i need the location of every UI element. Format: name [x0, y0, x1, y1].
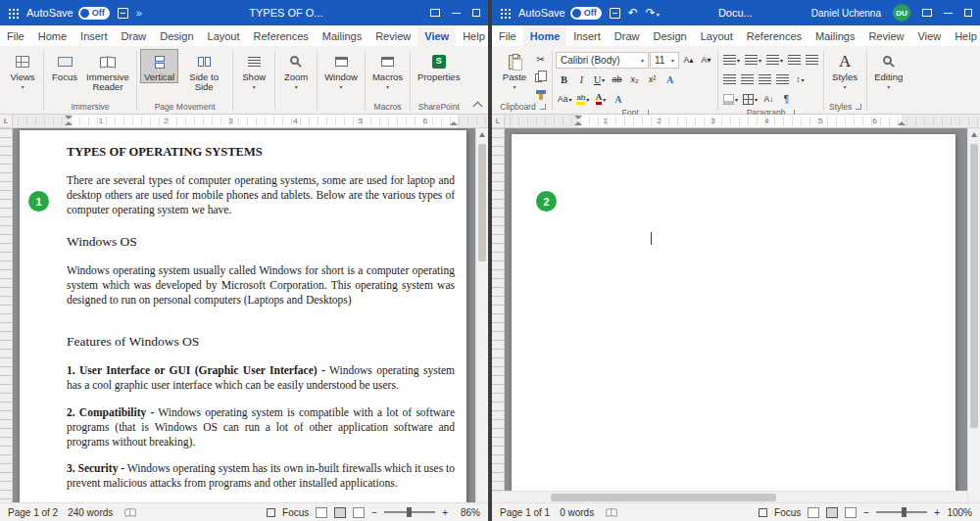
text-effects-gallery-button[interactable]: A [610, 91, 626, 107]
vertical-ruler[interactable] [0, 128, 13, 502]
zoom-slider-thumb[interactable] [902, 507, 906, 517]
ribbon-tab[interactable]: Design [646, 25, 693, 46]
format-painter-button[interactable] [532, 86, 549, 102]
shrink-font-button[interactable]: A▾ [698, 52, 714, 68]
ribbon-tab[interactable]: View [417, 25, 456, 46]
focus-mode-label[interactable]: Focus [282, 507, 309, 518]
document-canvas[interactable]: TYPES OF OPERATING SYSTEMS There are sev… [0, 128, 488, 502]
views-button[interactable]: Views ▾ [5, 49, 40, 92]
save-icon[interactable] [610, 8, 620, 19]
dialog-launcher-icon[interactable] [856, 104, 861, 110]
document-page[interactable]: TYPES OF OPERATING SYSTEMS There are sev… [20, 130, 466, 502]
scrollbar-thumb[interactable] [478, 144, 486, 261]
autosave-switch[interactable]: Off [78, 7, 110, 20]
print-layout-icon[interactable] [826, 507, 838, 518]
text-effects-button[interactable]: A [662, 71, 678, 87]
show-formatting-marks-button[interactable]: ¶ [778, 91, 795, 107]
page-indicator[interactable]: Page 1 of 1 [500, 507, 550, 518]
ribbon-tab[interactable]: Draw [608, 25, 647, 46]
dialog-launcher-icon[interactable] [540, 104, 546, 110]
font-color-button[interactable]: A▾ [592, 91, 609, 107]
scrollbar-thumb[interactable] [970, 144, 978, 428]
minimize-icon[interactable] [452, 13, 461, 14]
tab-stop-selector[interactable]: L [0, 115, 13, 127]
minimize-icon[interactable] [944, 13, 953, 14]
ribbon-tab[interactable]: Layout [201, 25, 247, 46]
autosave-toggle[interactable]: AutoSave Off [518, 7, 602, 20]
increase-indent-button[interactable] [804, 52, 820, 68]
zoom-percentage[interactable]: 100% [947, 507, 972, 518]
ribbon-tab[interactable]: Review [368, 25, 417, 46]
autosave-toggle[interactable]: AutoSave Off [26, 7, 110, 20]
app-launcher-icon[interactable] [500, 8, 511, 19]
copy-button[interactable] [532, 69, 549, 84]
ribbon-tab[interactable]: Review [861, 25, 910, 46]
align-left-button[interactable] [721, 71, 738, 87]
bold-button[interactable]: B [556, 71, 572, 87]
word-count[interactable]: 0 words [560, 507, 594, 518]
line-spacing-button[interactable]: ↕▾ [792, 71, 808, 87]
change-case-button[interactable]: Aa▾ [556, 91, 573, 107]
ribbon-tab[interactable]: Layout [694, 25, 740, 46]
scroll-up-arrow-icon[interactable] [479, 132, 485, 137]
focus-button[interactable]: Focus [47, 49, 82, 83]
font-name-combobox[interactable]: Calibri (Body)▾ [556, 52, 649, 69]
sort-button[interactable]: A↓ [760, 91, 777, 107]
focus-mode-label[interactable]: Focus [774, 507, 801, 518]
ribbon-tab[interactable]: Mailings [808, 25, 861, 46]
ribbon-tab[interactable]: Draw [115, 25, 154, 46]
ribbon-tab[interactable]: References [740, 25, 808, 46]
underline-button[interactable]: U▾ [591, 71, 608, 87]
undo-icon[interactable]: ↶ [628, 6, 638, 20]
text-highlight-button[interactable]: ab▾ [574, 91, 591, 107]
show-button[interactable]: Show ▾ [236, 49, 271, 92]
zoom-slider[interactable] [876, 511, 927, 513]
vertical-scrollbar[interactable] [967, 128, 980, 502]
vertical-scrollbar[interactable] [475, 128, 488, 502]
scrollbar-thumb[interactable] [551, 494, 776, 501]
document-page[interactable] [512, 134, 956, 502]
subscript-button[interactable]: x₂ [626, 71, 643, 87]
zoom-in-button[interactable]: + [442, 507, 448, 518]
first-line-indent-marker[interactable] [574, 116, 582, 119]
vertical-ruler[interactable] [492, 128, 505, 502]
account-name[interactable]: Daniel Uchenna [811, 8, 881, 19]
page-indicator[interactable]: Page 1 of 2 [8, 507, 58, 518]
ribbon-tab[interactable]: References [247, 25, 316, 46]
ribbon-tab[interactable]: File [0, 25, 31, 46]
zoom-slider-thumb[interactable] [407, 507, 412, 517]
collapse-ribbon-icon[interactable] [473, 102, 483, 112]
strikethrough-button[interactable]: ab [609, 71, 625, 87]
decrease-indent-button[interactable] [786, 52, 803, 68]
macros-button[interactable]: Macros ▾ [368, 49, 407, 92]
ribbon-tab[interactable]: Mailings [316, 25, 368, 46]
web-layout-icon[interactable] [845, 507, 857, 518]
ribbon-tab[interactable]: Insert [74, 25, 115, 46]
paste-button[interactable]: Paste ▾ [497, 49, 532, 92]
read-mode-icon[interactable] [316, 507, 327, 518]
justify-button[interactable] [774, 71, 791, 87]
ribbon-tab[interactable]: Insert [566, 25, 608, 46]
left-indent-marker[interactable] [65, 121, 73, 125]
account-avatar[interactable]: DU [893, 4, 910, 22]
zoom-percentage[interactable]: 86% [455, 507, 480, 518]
immersive-reader-button[interactable]: Immersive Reader [82, 49, 133, 94]
tab-stop-selector[interactable]: L [492, 115, 505, 127]
zoom-button[interactable]: Zoom ▾ [278, 49, 314, 92]
grow-font-button[interactable]: A▴ [680, 52, 697, 68]
shading-button[interactable]: ▾ [721, 91, 740, 107]
ribbon-display-options-icon[interactable] [922, 9, 932, 17]
read-mode-icon[interactable] [808, 507, 819, 518]
restore-icon[interactable] [964, 9, 972, 17]
focus-mode-icon[interactable] [759, 508, 767, 517]
right-indent-marker[interactable] [898, 121, 906, 125]
focus-mode-icon[interactable] [267, 508, 275, 517]
zoom-in-button[interactable]: + [934, 507, 940, 518]
right-indent-marker[interactable] [450, 121, 458, 125]
numbering-button[interactable]: ▾ [743, 52, 763, 68]
ribbon-tab[interactable]: File [492, 25, 523, 46]
document-body[interactable]: TYPES OF OPERATING SYSTEMS There are sev… [20, 130, 466, 502]
zoom-out-button[interactable]: − [371, 507, 377, 518]
ribbon-display-options-icon[interactable] [430, 9, 440, 17]
side-to-side-button[interactable]: Side to Side [178, 49, 229, 94]
